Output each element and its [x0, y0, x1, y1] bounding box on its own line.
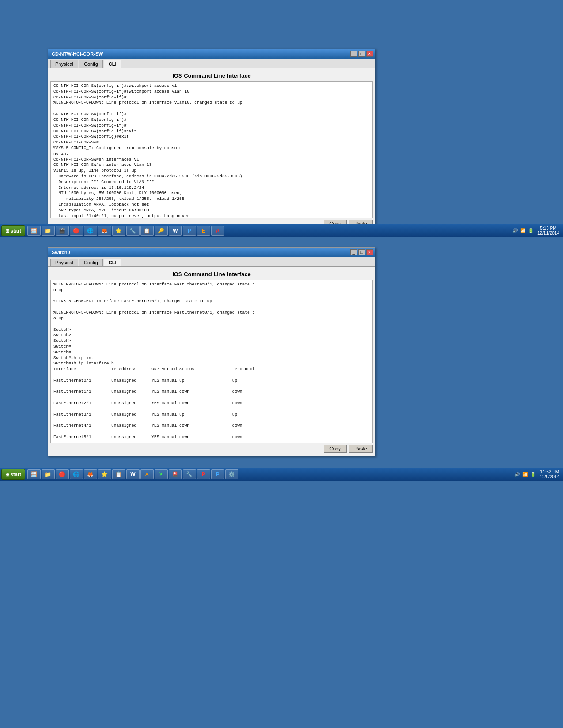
taskbar-item-12[interactable]: E — [197, 226, 210, 236]
taskbar-item-6[interactable]: ⭐ — [112, 226, 125, 236]
taskbar2-icon-5: ⭐ — [101, 471, 108, 478]
window-1-controls: _ □ ✕ — [350, 51, 373, 57]
taskbar2-icon-4: 🦊 — [87, 471, 94, 478]
taskbar-item-4[interactable]: 🌐 — [84, 226, 97, 236]
taskbar-1: ⊞ start 🪟 📁 🎬 🔴 🌐 🦊 ⭐ 🔧 📋 🔑 W P E A 🔊 📶 … — [0, 224, 563, 237]
taskbar-icon-2: 🎬 — [59, 227, 66, 234]
taskbar-item-7[interactable]: 🔧 — [126, 226, 140, 236]
windows-logo-icon-2: ⊞ — [5, 472, 9, 477]
start-label-2: start — [11, 472, 21, 477]
taskbar-icon-6: ⭐ — [115, 227, 122, 234]
titlebar-2: Switch0 _ □ ✕ — [48, 248, 375, 257]
maximize-btn-1[interactable]: □ — [358, 51, 365, 57]
taskbar-items-2: 🪟 📁 🔴 🌐 🦊 ⭐ 📋 W A X 🎴 🔧 P P ⚙️ — [27, 469, 513, 479]
desktop: { "window1": { "title": "CD-NTW-HCI-COR-… — [0, 0, 563, 728]
taskbar-items-1: 🪟 📁 🎬 🔴 🌐 🦊 ⭐ 🔧 📋 🔑 W P E A — [27, 226, 510, 236]
taskbar2-icon-10: 🎴 — [172, 471, 179, 478]
taskbar2-item-9[interactable]: X — [155, 469, 168, 479]
taskbar2-icon-12: P — [200, 471, 207, 478]
tab-1-cli[interactable]: CLI — [104, 60, 121, 68]
maximize-btn-2[interactable]: □ — [358, 249, 365, 255]
tray-icons-1: 🔊 📶 🔋 — [512, 228, 533, 233]
titlebar-1: CD-NTW-HCI-COR-SW _ □ ✕ — [48, 49, 375, 59]
taskbar-icon-4: 🌐 — [87, 227, 94, 234]
tab-1-config[interactable]: Config — [79, 60, 103, 68]
minimize-btn-2[interactable]: _ — [350, 249, 357, 255]
taskbar2-icon-9: X — [158, 471, 165, 478]
copy-btn-2[interactable]: Copy — [324, 445, 347, 453]
close-btn-2[interactable]: ✕ — [366, 249, 373, 255]
window-1-content: IOS Command Line Interface CD-NTW-HCI-CO… — [48, 68, 375, 231]
cli-terminal-2[interactable]: %LINEPROTO-5-UPDOWN: Line protocol on In… — [50, 280, 373, 443]
clock-date-2: 12/9/2014 — [540, 474, 560, 479]
minimize-btn-1[interactable]: _ — [350, 51, 357, 57]
start-button-1[interactable]: ⊞ start — [1, 225, 25, 236]
tab-2-config[interactable]: Config — [79, 259, 103, 266]
taskbar2-icon-11: 🔧 — [186, 471, 193, 478]
taskbar2-icon-14: ⚙️ — [228, 471, 235, 478]
taskbar-icon-5: 🦊 — [101, 227, 108, 234]
start-button-2[interactable]: ⊞ start — [1, 469, 25, 480]
taskbar-icon-12: E — [200, 227, 207, 234]
taskbar2-icon-2: 🔴 — [59, 471, 66, 478]
taskbar2-icon-0: 🪟 — [30, 471, 38, 478]
windows-logo-icon: ⊞ — [5, 228, 9, 234]
taskbar-item-10[interactable]: W — [169, 226, 182, 236]
window-1-title: CD-NTW-HCI-COR-SW — [50, 51, 350, 56]
taskbar2-item-0[interactable]: 🪟 — [27, 469, 41, 479]
taskbar-item-1[interactable]: 📁 — [42, 226, 55, 236]
taskbar2-icon-13: P — [214, 471, 221, 478]
taskbar-item-13[interactable]: A — [211, 226, 224, 236]
cli-terminal-1[interactable]: CD-NTW-HCI-COR-SW(config-if)#switchport … — [50, 81, 373, 218]
taskbar2-item-6[interactable]: 📋 — [112, 469, 125, 479]
taskbar-item-2[interactable]: 🎬 — [56, 226, 69, 236]
taskbar-item-0[interactable]: 🪟 — [27, 226, 41, 236]
taskbar2-item-8[interactable]: A — [140, 469, 154, 479]
tabs-2: Physical Config CLI — [48, 257, 375, 267]
taskbar-2: ⊞ start 🪟 📁 🔴 🌐 🦊 ⭐ 📋 W A X 🎴 🔧 P P ⚙️ 🔊… — [0, 468, 563, 481]
taskbar-icon-0: 🪟 — [30, 227, 38, 234]
taskbar2-item-11[interactable]: 🔧 — [183, 469, 196, 479]
taskbar2-icon-3: 🌐 — [73, 471, 80, 478]
window-1: CD-NTW-HCI-COR-SW _ □ ✕ Physical Config … — [48, 49, 375, 231]
taskbar-item-11[interactable]: P — [183, 226, 196, 236]
paste-btn-2[interactable]: Paste — [349, 445, 373, 453]
taskbar-item-9[interactable]: 🔑 — [155, 226, 168, 236]
taskbar2-item-7[interactable]: W — [126, 469, 140, 479]
taskbar-icon-11: P — [186, 227, 193, 234]
tray-icons-2: 🔊 📶 🔋 — [514, 472, 536, 477]
start-label-1: start — [11, 228, 21, 233]
window-2: Switch0 _ □ ✕ Physical Config CLI IOS Co… — [48, 247, 375, 456]
taskbar2-item-5[interactable]: ⭐ — [98, 469, 111, 479]
taskbar2-item-10[interactable]: 🎴 — [169, 469, 182, 479]
taskbar-icon-1: 📁 — [45, 227, 52, 234]
taskbar2-icon-8: A — [144, 471, 151, 478]
clock-1: 5:13 PM 12/11/2014 — [535, 226, 562, 236]
tab-2-physical[interactable]: Physical — [50, 259, 78, 266]
taskbar-icon-9: 🔑 — [158, 227, 165, 234]
taskbar-icon-10: W — [172, 227, 179, 234]
taskbar-icon-7: 🔧 — [129, 227, 136, 234]
taskbar2-item-12[interactable]: P — [197, 469, 210, 479]
taskbar-item-8[interactable]: 📋 — [140, 226, 154, 236]
taskbar-icon-13: A — [214, 227, 221, 234]
clock-date-1: 12/11/2014 — [537, 231, 559, 236]
taskbar-item-3[interactable]: 🔴 — [70, 226, 83, 236]
taskbar2-icon-6: 📋 — [115, 471, 122, 478]
close-btn-1[interactable]: ✕ — [366, 51, 373, 57]
clock-time-2: 11:52 PM — [540, 469, 560, 474]
taskbar2-item-14[interactable]: ⚙️ — [225, 469, 238, 479]
clock-time-1: 5:13 PM — [537, 226, 559, 231]
taskbar2-item-1[interactable]: 📁 — [42, 469, 55, 479]
tab-1-physical[interactable]: Physical — [50, 60, 78, 68]
taskbar2-item-4[interactable]: 🦊 — [84, 469, 97, 479]
taskbar2-item-2[interactable]: 🔴 — [56, 469, 69, 479]
taskbar2-item-13[interactable]: P — [211, 469, 224, 479]
tab-2-cli[interactable]: CLI — [104, 259, 121, 266]
taskbar-icon-3: 🔴 — [73, 227, 80, 234]
taskbar-item-5[interactable]: 🦊 — [98, 226, 111, 236]
taskbar2-item-3[interactable]: 🌐 — [70, 469, 83, 479]
window-2-title: Switch0 — [50, 250, 350, 255]
cli-title-2: IOS Command Line Interface — [50, 269, 373, 280]
window-2-content: IOS Command Line Interface %LINEPROTO-5-… — [48, 267, 375, 456]
